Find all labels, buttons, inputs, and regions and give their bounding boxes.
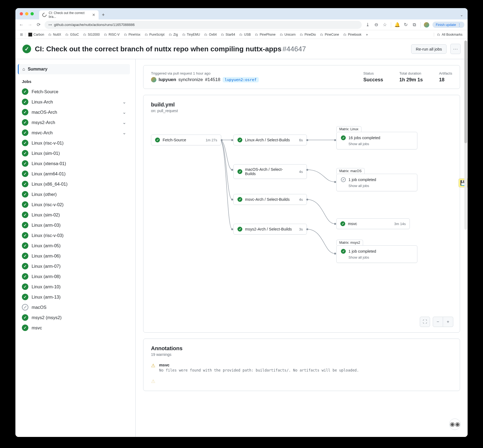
apps-icon[interactable]: ⊞ (19, 32, 24, 36)
bookmark-icon[interactable]: ☆ (382, 22, 388, 28)
bookmark-item[interactable]: 🗀Zig (167, 32, 180, 37)
folder-icon: 🗀 (300, 33, 303, 36)
bookmark-item[interactable]: 🗀PineVox (122, 32, 142, 37)
zoom-out-button[interactable]: − (433, 317, 443, 327)
toolbar-separator (391, 22, 391, 28)
bookmark-item[interactable]: 🗀Ox64 (202, 32, 219, 37)
finish-update-button[interactable]: Finish update ⋮ (432, 22, 464, 28)
bookmark-item[interactable]: 🗀RISC-V (102, 32, 122, 37)
sidebar-job-item[interactable]: Linux (arm-13) (18, 292, 130, 302)
chevron-down-icon[interactable]: ⌄ (122, 110, 126, 115)
bookmark-item[interactable]: 🗀PineDio (298, 32, 318, 37)
bookmarks-overflow-icon[interactable]: » (364, 33, 370, 36)
bookmark-item[interactable]: 🗀NuttX (46, 32, 63, 37)
address-bar[interactable]: ⊶ github.com/apache/nuttx/actions/runs/1… (45, 21, 362, 29)
maximize-window-icon[interactable] (31, 12, 34, 15)
extensions-icon[interactable]: ↻ (403, 22, 408, 28)
tab-overflow-icon[interactable]: ⌄ (456, 10, 468, 19)
show-all-jobs-link[interactable]: Show all jobs (341, 184, 413, 188)
sidebar-job-item[interactable]: Linux (risc-v-02) (18, 199, 130, 210)
sidebar-job-item[interactable]: Linux (arm-03) (18, 220, 130, 230)
zoom-icon[interactable]: ⊖ (374, 22, 379, 28)
workflow-graph[interactable]: Fetch-Source 1m 27s Linux-Arch / Select-… (151, 121, 452, 316)
sidebar-job-item[interactable]: Linux (arm64-01) (18, 169, 130, 179)
bookmark-item[interactable]: 🗀Pinebook (341, 32, 363, 37)
chevron-down-icon[interactable]: ⌄ (122, 99, 126, 105)
install-app-icon[interactable]: ⤓ (365, 22, 370, 28)
close-tab-icon[interactable]: ✕ (92, 13, 95, 17)
all-bookmarks-button[interactable]: 🗀 All Bookmarks (435, 32, 464, 37)
browser-tab[interactable]: CI: Check out the correct bra... ✕ (39, 10, 99, 19)
puzzle-icon[interactable]: ⧉ (412, 22, 417, 28)
graph-node-msys2-arch[interactable]: msys2-Arch / Select-Builds 3s (233, 224, 307, 235)
sidebar-job-item[interactable]: Linux (sim-02) (18, 210, 130, 220)
copilot-button[interactable]: ◉◉ (449, 419, 461, 430)
branch-badge[interactable]: lupyuen2:osref (223, 77, 259, 82)
bookmark-item[interactable]: 🗀Unicorn (278, 32, 297, 37)
graph-matrix-msys2[interactable]: Matrix: msys2 1 job completed Show all j… (336, 245, 417, 263)
graph-node-msvc[interactable]: msvc 3m 14s (336, 218, 410, 229)
sidebar-job-item[interactable]: Linux (sim-01) (18, 148, 130, 158)
bookmark-item[interactable]: 🗀GSoC (63, 32, 81, 37)
minimize-window-icon[interactable] (25, 12, 28, 15)
sidebar-job-item[interactable]: macOS-Arch⌄ (18, 107, 130, 117)
bookmark-item[interactable]: 🗀SG2000 (81, 32, 102, 37)
graph-matrix-linux[interactable]: Matrix: Linux 16 jobs completed Show all… (336, 132, 417, 149)
sidebar-job-item[interactable]: Linux (risc-v-01) (18, 138, 130, 148)
sidebar-job-item[interactable]: Linux (arm-06) (18, 251, 130, 261)
back-icon[interactable]: ← (19, 22, 24, 28)
sidebar-job-item[interactable]: msys2 (msys2) (18, 312, 130, 323)
sidebar-job-item[interactable]: macOS (18, 302, 130, 312)
bookmark-item[interactable]: 🗀PureScript (143, 32, 166, 37)
new-tab-button[interactable]: + (99, 10, 108, 19)
bookmark-item[interactable]: Carbon (26, 32, 46, 37)
sidebar-job-item[interactable]: Linux (arm-05) (18, 240, 130, 251)
bookmark-item[interactable]: 🗀USB (237, 32, 253, 37)
page-scrollbar[interactable] (464, 41, 467, 230)
profile-avatar-icon[interactable] (424, 22, 429, 28)
sidebar-job-item[interactable]: Linux (x86_64-01) (18, 179, 130, 189)
bookmark-item[interactable]: 🗀TinyEMU (180, 32, 202, 37)
graph-matrix-macos[interactable]: Matrix: macOS 1 job completed Show all j… (336, 174, 417, 191)
sidebar-job-item[interactable]: Linux (xtensa-01) (18, 158, 130, 169)
sidebar-job-item[interactable]: Fetch-Source (18, 86, 130, 97)
site-info-icon[interactable]: ⊶ (48, 23, 52, 27)
annotation-item[interactable]: ⚠ (151, 378, 452, 384)
chevron-down-icon[interactable]: ⌄ (122, 130, 126, 135)
sidebar-job-item[interactable]: Linux (arm-10) (18, 282, 130, 292)
graph-node-fetch[interactable]: Fetch-Source 1m 27s (151, 135, 221, 145)
annotation-item[interactable]: ⚠ msvc No files were found with the prov… (151, 363, 452, 372)
sidebar-job-item[interactable]: Linux (arm-07) (18, 261, 130, 271)
artifacts-value[interactable]: 18 (439, 77, 452, 83)
scrollbar-thumb[interactable] (464, 41, 467, 143)
show-all-jobs-link[interactable]: Show all jobs (341, 142, 413, 146)
sidebar-job-item[interactable]: msvc-Arch⌄ (18, 128, 130, 138)
graph-node-macos-arch[interactable]: macOS-Arch / Select-Builds 4s (233, 164, 307, 179)
sidebar-job-item[interactable]: msys2-Arch⌄ (18, 117, 130, 128)
actor-avatar-icon[interactable] (151, 77, 156, 82)
sidebar-job-item[interactable]: Linux (other) (18, 189, 130, 199)
reload-icon[interactable]: ⟳ (36, 22, 41, 28)
chevron-down-icon[interactable]: ⌄ (122, 120, 126, 125)
pr-number[interactable]: #14518 (205, 77, 220, 82)
duration-value[interactable]: 1h 29m 1s (399, 77, 423, 83)
graph-node-linux-arch[interactable]: Linux-Arch / Select-Builds 6s (233, 135, 307, 145)
bookmark-item[interactable]: 🗀PinePhone (253, 32, 277, 37)
workflow-file[interactable]: build.yml (151, 102, 452, 108)
bookmark-item[interactable]: 🗀PineCone (318, 32, 341, 37)
notification-bell-icon[interactable]: 🔔 (394, 22, 400, 28)
sidebar-job-item[interactable]: msvc (18, 323, 130, 333)
zoom-in-button[interactable]: + (443, 317, 453, 327)
fullscreen-button[interactable]: ⛶ (420, 317, 430, 327)
sidebar-job-item[interactable]: Linux (arm-08) (18, 271, 130, 282)
rerun-all-jobs-button[interactable]: Re-run all jobs (411, 44, 447, 54)
bookmark-item[interactable]: 🗀Star64 (219, 32, 237, 37)
summary-tab[interactable]: ⌂ Summary (18, 64, 130, 74)
sidebar-job-item[interactable]: Linux-Arch⌄ (18, 97, 130, 107)
show-all-jobs-link[interactable]: Show all jobs (341, 255, 413, 259)
graph-node-msvc-arch[interactable]: msvc-Arch / Select-Builds 4s (233, 194, 307, 205)
close-window-icon[interactable] (20, 12, 23, 15)
sidebar-job-item[interactable]: Linux (risc-v-03) (18, 230, 130, 240)
run-menu-button[interactable]: ⋯ (450, 44, 461, 54)
actor-name[interactable]: lupyuen (159, 77, 176, 82)
